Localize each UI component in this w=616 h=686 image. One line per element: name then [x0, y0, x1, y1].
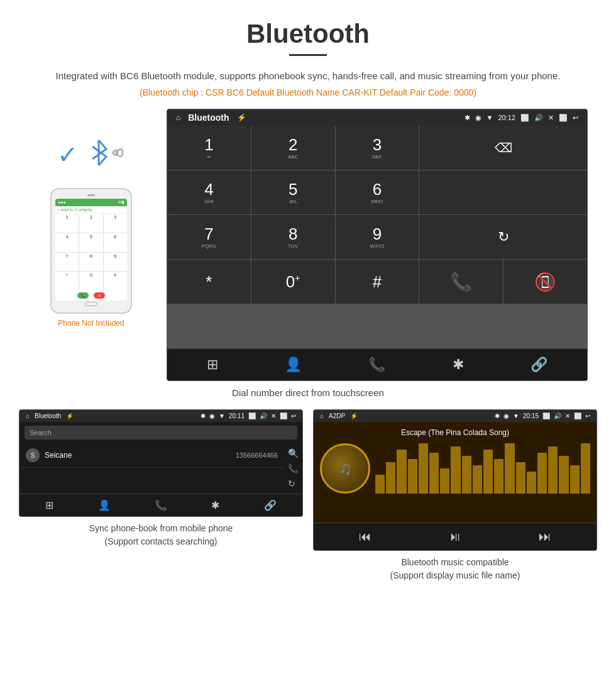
search-right-icon[interactable]: 🔍: [288, 448, 299, 458]
pb-close-icon[interactable]: ✕: [271, 412, 276, 419]
viz-bar: [440, 468, 449, 494]
refresh-right-icon[interactable]: ↻: [288, 479, 299, 489]
pb-back-icon[interactable]: ↩: [291, 412, 296, 419]
phone-keypad: 1 2 3 4 5 6 7 8 9 * 0 #: [55, 214, 127, 290]
dial-refresh[interactable]: ↻: [419, 215, 587, 259]
back-icon[interactable]: ↩: [573, 114, 578, 122]
dial-key-4[interactable]: 4 GHI: [167, 170, 251, 214]
list-item[interactable]: S Seicane 13566664466: [19, 443, 284, 468]
dial-key-5[interactable]: 5 JKL: [251, 170, 335, 214]
dial-backspace[interactable]: ⌫: [419, 126, 587, 170]
music-close-icon[interactable]: ✕: [565, 412, 570, 419]
phone-key-2[interactable]: 2: [79, 214, 102, 233]
pb-nav-link-icon[interactable]: 🔗: [264, 499, 277, 511]
phone-key-7[interactable]: 7: [55, 253, 79, 272]
viz-bar: [473, 465, 482, 494]
phone-key-8[interactable]: 8: [79, 253, 102, 272]
dial-key-8[interactable]: 8 TUV: [251, 215, 335, 259]
dial-key-1[interactable]: 1 ∞: [167, 126, 251, 170]
dial-key-0[interactable]: 0+: [251, 260, 335, 304]
music-bt-symbol: ♫: [339, 458, 352, 479]
call-icon: 📞: [450, 272, 472, 292]
signal-icon: ▼: [487, 114, 493, 121]
contact-avatar: S: [26, 448, 40, 462]
music-back-icon[interactable]: ↩: [585, 412, 590, 419]
camera-icon[interactable]: ⬜: [520, 114, 529, 122]
home-icon[interactable]: ⌂: [176, 113, 180, 122]
dial-key-6[interactable]: 6 MNO: [336, 170, 419, 214]
dial-key-9[interactable]: 9 WXYZ: [336, 215, 419, 259]
pb-home-icon[interactable]: ⌂: [26, 412, 30, 419]
viz-bar: [516, 462, 525, 494]
screen-title-label: Bluetooth: [188, 113, 229, 123]
viz-bar: [419, 443, 428, 494]
pb-win-icon[interactable]: ⬜: [280, 412, 287, 419]
phonebook-card: ⌂ Bluetooth ⚡ ✱ ◉ ▼ 20:11 ⬜ 🔊 ✕ ⬜ ↩ Sear…: [19, 409, 303, 582]
car-head-unit-screen: ⌂ Bluetooth ⚡ ✱ ◉ ▼ 20:12 ⬜ 🔊 ✕ ⬜ ↩ 1 ∞: [167, 109, 588, 381]
dial-key-hash[interactable]: #: [336, 260, 419, 304]
pb-screen-title: Bluetooth: [35, 412, 61, 419]
phone-key-9[interactable]: 9: [104, 253, 127, 272]
dial-pad-grid: 1 ∞ 2 ABC 3 DEF ⌫ 4 GHI 5 JKL: [167, 126, 587, 348]
pb-nav-bt-icon[interactable]: ✱: [211, 499, 219, 511]
pb-vol-icon[interactable]: 🔊: [260, 412, 267, 419]
music-cam-icon[interactable]: ⬜: [542, 412, 550, 419]
volume-icon[interactable]: 🔊: [534, 114, 543, 122]
phone-key-hash[interactable]: #: [104, 272, 127, 290]
phone-key-5[interactable]: 5: [79, 233, 102, 252]
nav-contacts-icon[interactable]: 👤: [285, 357, 302, 373]
window-icon[interactable]: ⬜: [559, 114, 568, 122]
signal-waves-icon: [81, 134, 125, 175]
dial-key-3[interactable]: 3 DEF: [336, 126, 419, 170]
call-right-icon[interactable]: 📞: [288, 463, 299, 473]
phone-end-button[interactable]: ✆: [94, 292, 105, 299]
play-pause-icon[interactable]: ⏯: [449, 529, 461, 544]
music-vol-icon[interactable]: 🔊: [554, 412, 561, 419]
dial-key-2[interactable]: 2 ABC: [251, 126, 335, 170]
phone-key-6[interactable]: 6: [104, 233, 127, 252]
phone-key-star[interactable]: *: [55, 272, 79, 290]
phone-key-0[interactable]: 0: [79, 272, 102, 290]
music-win-icon[interactable]: ⬜: [574, 412, 581, 419]
music-home-icon[interactable]: ⌂: [320, 412, 324, 419]
viz-bar: [451, 446, 460, 494]
phone-key-1[interactable]: 1: [55, 214, 79, 233]
dial-key-star[interactable]: *: [167, 260, 251, 304]
key-2-number: 2: [289, 136, 297, 153]
key-9-number: 9: [373, 226, 382, 242]
bluetooth-status-icon: ✱: [465, 114, 470, 122]
nav-link-icon[interactable]: 🔗: [531, 357, 547, 373]
dial-call-red[interactable]: 📵: [503, 260, 587, 304]
key-0-number: 0+: [286, 274, 300, 290]
pb-nav-grid-icon[interactable]: ⊞: [45, 499, 53, 511]
key-2-sub: ABC: [288, 154, 298, 160]
close-icon[interactable]: ✕: [548, 114, 554, 122]
usb-icon: ⚡: [237, 113, 246, 122]
phone-call-button[interactable]: 📞: [77, 292, 89, 299]
viz-bar: [494, 459, 503, 494]
next-track-icon[interactable]: ⏭: [539, 529, 551, 544]
music-card: ⌂ A2DP ⚡ ✱ ◉ ▼ 20:15 ⬜ 🔊 ✕ ⬜ ↩ Es: [313, 409, 597, 582]
phone-home-button[interactable]: [85, 302, 97, 306]
music-content: Escape (The Pina Colada Song) ♫: [314, 422, 597, 523]
dial-call-green[interactable]: 📞: [419, 260, 503, 304]
music-bt-icon: ✱: [495, 412, 500, 419]
phone-call-buttons: 📞 ✆: [55, 290, 127, 301]
viz-bar: [581, 443, 590, 494]
nav-phone-icon[interactable]: 📞: [368, 357, 385, 373]
prev-track-icon[interactable]: ⏮: [359, 529, 371, 544]
pb-nav-phone-icon[interactable]: 📞: [155, 499, 167, 511]
nav-bluetooth-icon[interactable]: ✱: [453, 357, 464, 373]
phonebook-search[interactable]: Search: [25, 426, 297, 440]
music-track-name: Escape (The Pina Colada Song): [401, 428, 509, 437]
pb-cam-icon[interactable]: ⬜: [248, 412, 256, 419]
pb-nav-contacts-icon[interactable]: 👤: [98, 499, 111, 511]
music-status-bar: ⌂ A2DP ⚡ ✱ ◉ ▼ 20:15 ⬜ 🔊 ✕ ⬜ ↩: [314, 410, 597, 422]
music-screen: ⌂ A2DP ⚡ ✱ ◉ ▼ 20:15 ⬜ 🔊 ✕ ⬜ ↩ Es: [313, 409, 597, 551]
nav-grid-icon[interactable]: ⊞: [207, 357, 218, 373]
phonebook-list: S Seicane 13566664466: [19, 443, 284, 494]
phone-key-3[interactable]: 3: [104, 214, 127, 233]
dial-key-7[interactable]: 7 PQRS: [167, 215, 251, 259]
phone-key-4[interactable]: 4: [55, 233, 79, 252]
viz-bar: [408, 459, 417, 494]
